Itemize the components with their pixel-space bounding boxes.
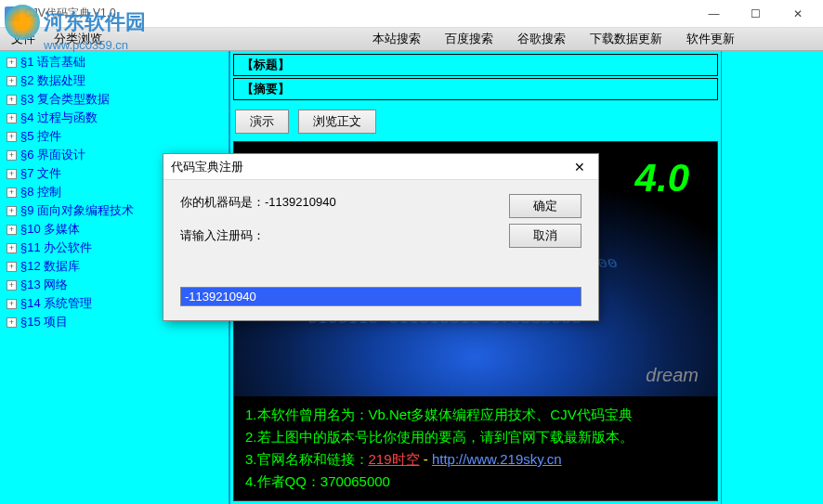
expand-icon[interactable]: + [7, 262, 17, 272]
info-line-2: 2.若上图中的版本号比你使用的要高，请到官网下载最新版本。 [245, 426, 706, 448]
summary-label: 【摘要】 [234, 78, 297, 100]
titlebar: CJV代码宝典 V1.0 — ☐ ✕ [0, 0, 823, 28]
info-line-1: 1.本软件曾用名为：Vb.Net多媒体编程应用技术、CJV代码宝典 [245, 404, 706, 426]
right-panel [721, 51, 823, 504]
expand-icon[interactable]: + [7, 243, 17, 253]
close-button[interactable]: ✕ [777, 1, 818, 27]
dream-text: dream [646, 365, 699, 386]
expand-icon[interactable]: + [7, 206, 17, 216]
registration-dialog: 代码宝典注册 ✕ 你的机器码是：-1139210940 请输入注册码： 确定 取… [163, 153, 599, 321]
dialog-close-button[interactable]: ✕ [568, 160, 591, 174]
machine-code-value: -1139210940 [265, 195, 336, 209]
menu-file[interactable]: 文件 [2, 28, 45, 50]
dialog-titlebar[interactable]: 代码宝典注册 ✕ [163, 154, 598, 180]
ok-button[interactable]: 确定 [509, 194, 581, 218]
input-label: 请输入注册码： [180, 227, 490, 244]
tab-baidu-search[interactable]: 百度搜索 [433, 27, 505, 51]
tree-item[interactable]: +§4 过程与函数 [5, 109, 224, 127]
machine-code-row: 你的机器码是：-1139210940 [180, 194, 490, 211]
tree-item[interactable]: +§2 数据处理 [5, 71, 224, 90]
menubar: 文件 分类浏览 本站搜索 百度搜索 谷歌搜索 下载数据更新 软件更新 [0, 28, 823, 51]
expand-icon[interactable]: + [7, 280, 17, 291]
expand-icon[interactable]: + [7, 150, 17, 161]
info-line-4: 4.作者QQ：370065000 [245, 471, 706, 493]
version-badge: 4.0 [635, 156, 689, 200]
demo-button[interactable]: 演示 [235, 110, 289, 134]
tree-item[interactable]: +§3 复合类型数据 [5, 90, 224, 109]
window-title: CJV代码宝典 V1.0 [24, 6, 693, 21]
cancel-button[interactable]: 取消 [509, 224, 581, 248]
summary-value [297, 86, 717, 92]
website-link[interactable]: http://www.219sky.cn [432, 451, 562, 467]
tab-download-update[interactable]: 下载数据更新 [578, 27, 674, 51]
expand-icon[interactable]: + [7, 132, 17, 142]
app-icon [5, 6, 20, 21]
title-value [297, 62, 717, 68]
expand-icon[interactable]: + [7, 58, 17, 68]
info-text-block: 1.本软件曾用名为：Vb.Net多媒体编程应用技术、CJV代码宝典 2.若上图中… [234, 396, 717, 500]
title-row: 【标题】 [233, 54, 718, 76]
tree-item[interactable]: +§1 语言基础 [5, 53, 224, 71]
expand-icon[interactable]: + [7, 113, 17, 123]
tab-site-search[interactable]: 本站搜索 [360, 27, 433, 51]
summary-row: 【摘要】 [233, 78, 718, 100]
tree-item[interactable]: +§5 控件 [5, 127, 224, 146]
expand-icon[interactable]: + [7, 76, 17, 86]
minimize-button[interactable]: — [693, 1, 735, 27]
expand-icon[interactable]: + [7, 299, 17, 309]
expand-icon[interactable]: + [7, 317, 17, 328]
maximize-button[interactable]: ☐ [735, 1, 777, 27]
tab-software-update[interactable]: 软件更新 [674, 27, 747, 51]
title-label: 【标题】 [234, 54, 297, 76]
info-line-3: 3.官网名称和链接：219时空 - http://www.219sky.cn [245, 448, 706, 471]
expand-icon[interactable]: + [7, 95, 17, 105]
browse-text-button[interactable]: 浏览正文 [298, 110, 376, 134]
menu-browse[interactable]: 分类浏览 [45, 28, 111, 50]
dialog-title: 代码宝典注册 [171, 159, 568, 175]
registration-code-input[interactable] [180, 287, 581, 306]
expand-icon[interactable]: + [7, 187, 17, 198]
expand-icon[interactable]: + [7, 169, 17, 179]
expand-icon[interactable]: + [7, 225, 17, 235]
tab-google-search[interactable]: 谷歌搜索 [505, 27, 578, 51]
